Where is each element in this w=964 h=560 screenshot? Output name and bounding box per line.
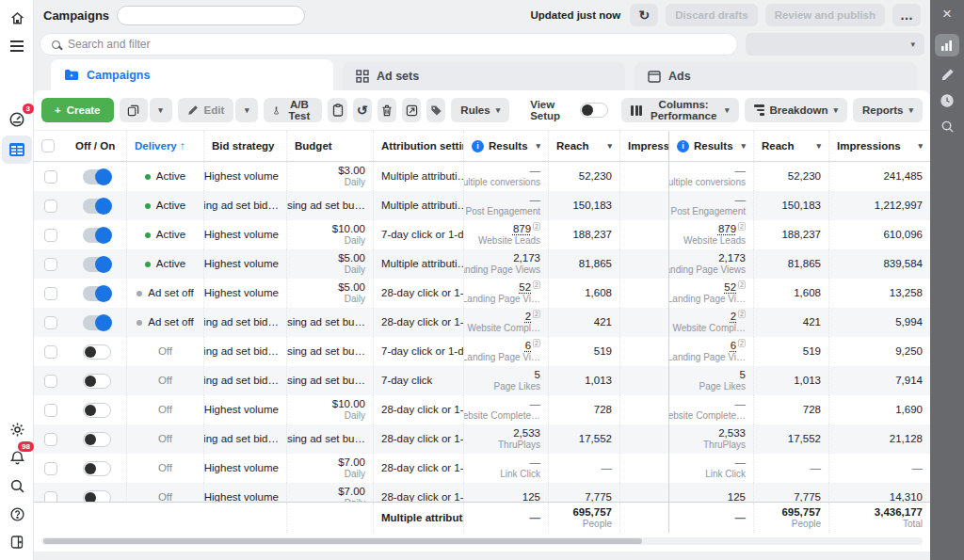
result-value[interactable]: 5 <box>740 369 746 380</box>
result-value[interactable]: 2 <box>731 311 736 322</box>
duplicate-button[interactable] <box>120 98 148 122</box>
refresh-button[interactable]: ↻ <box>630 4 658 26</box>
result-value[interactable]: — <box>530 194 541 205</box>
tab-campaigns[interactable]: Campaigns <box>51 59 333 90</box>
history-clock-icon[interactable] <box>940 93 955 108</box>
col-results-2[interactable]: iResults▾ <box>668 131 753 161</box>
result-value[interactable]: — <box>735 165 747 176</box>
row-checkbox[interactable] <box>44 491 57 503</box>
breakdown-button[interactable]: Breakdown▾ <box>745 98 848 122</box>
row-checkbox[interactable] <box>44 462 57 475</box>
result-value[interactable]: 6 <box>731 340 736 351</box>
result-value[interactable]: 125 <box>522 491 540 502</box>
undo-button[interactable]: ↺ <box>353 98 372 122</box>
rules-button[interactable]: Rules▾ <box>451 98 509 122</box>
scrollbar-thumb[interactable] <box>43 538 642 544</box>
select-all-checkbox[interactable] <box>41 139 55 152</box>
result-value[interactable]: 2,533 <box>718 427 746 439</box>
delete-button[interactable] <box>378 98 396 122</box>
campaign-toggle[interactable] <box>83 344 111 360</box>
ad-account-gauge-icon[interactable]: 3 <box>0 105 34 134</box>
performance-chart-icon[interactable] <box>935 34 959 56</box>
row-checkbox[interactable] <box>44 287 57 300</box>
row-checkbox[interactable] <box>44 200 57 213</box>
scrollbar-track[interactable] <box>41 537 923 545</box>
create-button[interactable]: +Create <box>41 98 114 122</box>
menu-icon[interactable] <box>0 32 34 60</box>
ads-manager-icon[interactable] <box>2 136 32 164</box>
apps-panel-icon[interactable] <box>0 528 34 556</box>
result-value[interactable]: 52 <box>724 281 736 293</box>
tab-ad-sets[interactable]: Ad sets <box>343 62 625 90</box>
result-value[interactable]: — <box>530 398 541 409</box>
view-setup-toggle[interactable] <box>580 103 608 118</box>
result-value[interactable]: 879 <box>513 223 531 234</box>
clipboard-button[interactable] <box>328 98 346 122</box>
col-budget[interactable]: Budget <box>286 131 373 161</box>
result-value[interactable]: — <box>735 456 747 468</box>
result-value[interactable]: 52 <box>519 281 531 293</box>
col-impressions-truncated[interactable]: Impressions <box>619 131 668 161</box>
result-value[interactable]: 5 <box>535 369 540 380</box>
result-value[interactable]: 2 <box>525 311 531 322</box>
result-value[interactable]: 2,173 <box>718 252 746 264</box>
edit-pencil-icon[interactable] <box>940 68 955 82</box>
col-attribution[interactable]: Attribution setting <box>373 131 463 161</box>
col-reach[interactable]: Reach▾ <box>548 131 619 161</box>
review-publish-button[interactable]: Review and publish <box>765 4 885 26</box>
notifications-bell-icon[interactable]: 98 <box>0 443 34 472</box>
home-icon[interactable] <box>0 4 34 32</box>
row-checkbox[interactable] <box>44 229 57 242</box>
campaign-toggle[interactable] <box>83 490 111 503</box>
settings-gear-icon[interactable] <box>0 415 34 443</box>
more-options-button[interactable]: … <box>892 4 921 26</box>
filters-dropdown[interactable]: ▾ <box>746 33 924 56</box>
col-reach-2[interactable]: Reach▾ <box>753 131 828 161</box>
campaign-toggle[interactable] <box>83 199 111 214</box>
result-value[interactable]: 2,173 <box>513 252 540 264</box>
discard-drafts-button[interactable]: Discard drafts <box>666 4 757 26</box>
result-value[interactable]: 6 <box>525 340 531 351</box>
tag-button[interactable] <box>426 98 445 122</box>
campaign-toggle[interactable] <box>83 432 111 447</box>
result-value[interactable]: 879 <box>718 223 736 234</box>
info-icon[interactable]: i <box>472 140 484 152</box>
row-checkbox[interactable] <box>44 170 57 184</box>
tab-ads[interactable]: Ads <box>635 62 917 90</box>
search-icon[interactable] <box>0 472 34 500</box>
reports-button[interactable]: Reports▾ <box>853 98 923 122</box>
help-icon[interactable] <box>0 500 34 528</box>
row-checkbox[interactable] <box>44 433 57 446</box>
result-value[interactable]: — <box>530 165 541 176</box>
row-checkbox[interactable] <box>44 258 57 271</box>
row-checkbox[interactable] <box>44 375 57 388</box>
campaign-toggle[interactable] <box>83 461 111 476</box>
row-checkbox[interactable] <box>44 404 57 417</box>
col-delivery[interactable]: Delivery ↑ <box>126 131 203 161</box>
result-value[interactable]: — <box>735 398 747 409</box>
info-icon[interactable]: i <box>677 140 689 152</box>
columns-button[interactable]: Columns: Performance▾ <box>621 98 738 122</box>
result-value[interactable]: — <box>530 456 541 468</box>
row-checkbox[interactable] <box>44 345 57 359</box>
campaign-toggle[interactable] <box>83 286 111 301</box>
campaign-name-input[interactable] <box>117 6 305 25</box>
campaign-toggle[interactable] <box>83 228 111 243</box>
campaign-toggle[interactable] <box>83 257 111 272</box>
col-bid-strategy[interactable]: Bid strategy <box>203 131 286 161</box>
col-impressions-2[interactable]: Impressions▾ <box>828 131 930 161</box>
close-icon[interactable]: × <box>942 6 952 23</box>
edit-caret-button[interactable]: ▾ <box>235 98 258 122</box>
campaign-toggle[interactable] <box>83 169 111 184</box>
duplicate-caret-button[interactable]: ▾ <box>150 98 172 122</box>
col-results[interactable]: iResults▾ <box>463 131 548 161</box>
ab-test-button[interactable]: A/B Test <box>264 98 322 122</box>
campaign-toggle[interactable] <box>83 315 111 330</box>
result-value[interactable]: — <box>735 194 747 205</box>
row-checkbox[interactable] <box>44 316 57 329</box>
campaign-toggle[interactable] <box>83 374 111 389</box>
zoom-search-icon[interactable] <box>940 120 955 134</box>
campaign-toggle[interactable] <box>83 403 111 418</box>
result-value[interactable]: 2,533 <box>513 427 540 439</box>
search-input[interactable]: Search and filter <box>40 33 738 56</box>
